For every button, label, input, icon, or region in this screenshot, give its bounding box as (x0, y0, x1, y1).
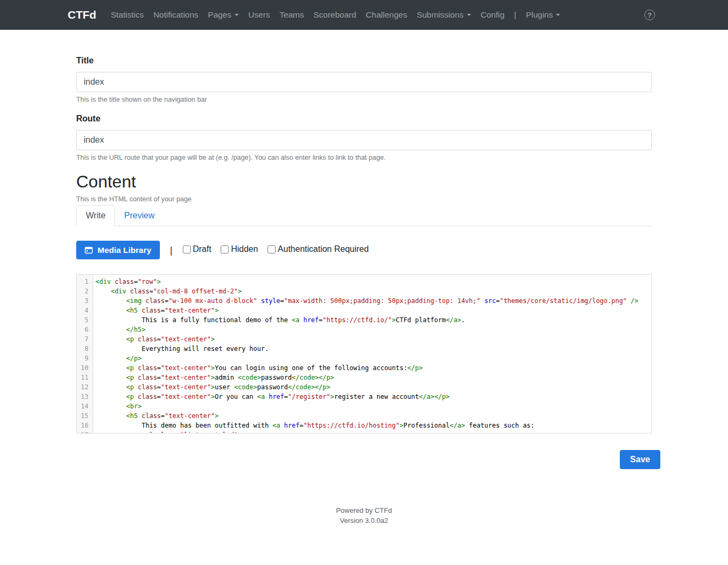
footer-version: Version 3.0.0a2 (0, 515, 728, 526)
line-number: 14 (77, 402, 93, 411)
route-input[interactable] (76, 130, 652, 150)
line-number: 13 (77, 392, 93, 402)
code-line: Everything will reset every hour. (95, 344, 651, 354)
chevron-down-icon (234, 14, 239, 16)
line-number: 15 (77, 411, 93, 421)
brand-logo[interactable]: CTFd (68, 9, 96, 21)
chevron-down-icon (467, 14, 471, 16)
photo-library-icon (85, 247, 93, 254)
help-icon[interactable]: ? (644, 10, 655, 20)
draft-checkbox[interactable] (183, 245, 191, 253)
navbar: CTFd StatisticsNotificationsPagesUsersTe… (0, 0, 728, 30)
hidden-checkbox-text: Hidden (231, 244, 258, 254)
line-number: 3 (77, 296, 93, 306)
hidden-checkbox[interactable] (221, 245, 229, 253)
code-line: <h5 class="text-center"> (95, 306, 651, 315)
footer: Powered by CTFd Version 3.0.0a2 (0, 505, 728, 526)
code-line: </h5> (95, 325, 651, 334)
code-line: <p class="text-center">You can login usi… (95, 363, 651, 373)
line-number: 1 (77, 277, 93, 286)
line-number: 10 (77, 363, 93, 373)
title-label: Title (76, 56, 652, 65)
navbar-item-scoreboard[interactable]: Scoreboard (309, 10, 361, 20)
draft-checkbox-label[interactable]: Draft (183, 244, 212, 254)
tab-preview[interactable]: Preview (115, 206, 164, 226)
media-library-button[interactable]: Media Library (76, 241, 160, 259)
editor-code-pane: <div class="row"> <div class="col-md-8 o… (93, 275, 651, 433)
navbar-menu: StatisticsNotificationsPagesUsersTeamsSc… (106, 10, 565, 20)
navbar-separator: | (509, 10, 521, 20)
line-number: 17 (77, 430, 93, 433)
navbar-item-notifications[interactable]: Notifications (149, 10, 203, 20)
draft-checkbox-text: Draft (193, 244, 212, 254)
code-line: <h5 class="text-center"> (95, 411, 651, 421)
navbar-item-pages[interactable]: Pages (203, 10, 244, 20)
title-help: This is the title shown on the navigatio… (76, 95, 652, 103)
title-group: Title This is the title shown on the nav… (76, 56, 652, 103)
code-line: <div class="col-md-8 offset-md-2"> (95, 286, 651, 296)
navbar-item-challenges[interactable]: Challenges (361, 10, 412, 20)
navbar-item-statistics[interactable]: Statistics (106, 10, 149, 20)
line-number: 9 (77, 354, 93, 363)
content-help: This is the HTML content of your page (76, 195, 652, 203)
route-label: Route (76, 114, 652, 124)
footer-powered-by[interactable]: Powered by CTFd (0, 505, 728, 515)
content-code-editor[interactable]: 1234567891011121314151617 <div class="ro… (76, 274, 652, 433)
code-line: <p class="text-center"> (95, 334, 651, 344)
navbar-item-teams[interactable]: Teams (275, 10, 309, 20)
code-line: <p class="text-center">admin <code>passw… (95, 373, 651, 382)
route-help: This is the URL route that your page wil… (76, 153, 652, 161)
authentication-required-checkbox[interactable] (268, 245, 276, 253)
line-number: 2 (77, 286, 93, 296)
navbar-item-config[interactable]: Config (476, 10, 509, 20)
code-line: <div class="row"> (95, 277, 651, 286)
code-line: </p> (95, 354, 651, 363)
line-number: 11 (77, 373, 93, 382)
authentication-required-checkbox-label[interactable]: Authentication Required (268, 244, 369, 254)
navbar-item-submissions[interactable]: Submissions (412, 10, 476, 20)
page-edit-form: Title This is the title shown on the nav… (76, 30, 652, 469)
line-number: 7 (77, 334, 93, 344)
toolbar-checkboxes: DraftHiddenAuthentication Required (183, 244, 378, 256)
code-line: <br> (95, 402, 651, 411)
line-number: 16 (77, 421, 93, 430)
editor-toolbar: Media Library | DraftHiddenAuthenticatio… (76, 241, 652, 259)
content-heading: Content (76, 172, 652, 192)
editor-line-numbers: 1234567891011121314151617 (77, 275, 93, 433)
route-group: Route This is the URL route that your pa… (76, 114, 652, 161)
save-row: Save (76, 450, 652, 469)
code-line: <p class="text-center">user <code>passwo… (95, 382, 651, 392)
chevron-down-icon (556, 14, 560, 16)
tab-write[interactable]: Write (76, 205, 115, 226)
code-line: This demo has been outfitted with <a hre… (95, 421, 651, 430)
code-line: This is a fully functional demo of the <… (95, 315, 651, 325)
code-line: <p class="text-center">Or you can <a hre… (95, 392, 651, 402)
line-number: 6 (77, 325, 93, 334)
line-number: 5 (77, 315, 93, 325)
code-line: <ul class="list-unstyled"> (95, 430, 651, 433)
media-library-label: Media Library (98, 245, 151, 255)
hidden-checkbox-label[interactable]: Hidden (221, 244, 258, 254)
code-line: <img class="w-100 mx-auto d-block" style… (95, 296, 651, 306)
navbar-item-users[interactable]: Users (244, 10, 274, 20)
line-number: 4 (77, 306, 93, 315)
navbar-item-plugins[interactable]: Plugins (521, 10, 565, 20)
line-number: 12 (77, 382, 93, 392)
save-button[interactable]: Save (620, 450, 660, 469)
content-tabbar: Write Preview (76, 205, 652, 226)
authentication-required-checkbox-text: Authentication Required (278, 244, 369, 254)
toolbar-separator: | (170, 244, 173, 256)
line-number: 8 (77, 344, 93, 354)
title-input[interactable] (76, 72, 652, 92)
